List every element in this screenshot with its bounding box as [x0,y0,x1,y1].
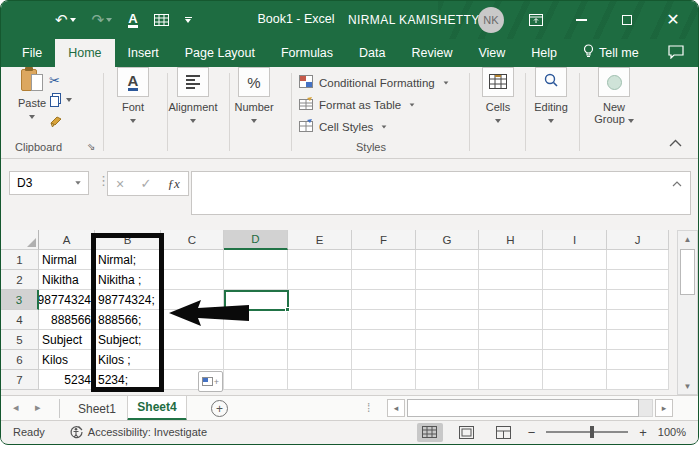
cell-G2[interactable] [416,270,479,290]
ribbon-tab-help[interactable]: Help [518,39,570,67]
cell-J4[interactable] [607,310,669,330]
user-avatar[interactable]: NK [478,7,504,33]
cell-C3[interactable] [161,290,224,310]
cell-F7[interactable] [352,370,416,390]
collapse-ribbon-icon[interactable] [669,137,682,149]
cell-I3[interactable] [543,290,607,310]
cell-A4[interactable]: 888566 [39,310,95,330]
column-header-E[interactable]: E [288,230,352,250]
cell-I6[interactable] [543,350,607,370]
ribbon-tab-file[interactable]: File [9,39,55,67]
new-sheet-button[interactable]: + [211,400,228,417]
cell-I2[interactable] [543,270,607,290]
copy-button[interactable] [49,93,72,107]
zoom-slider[interactable] [546,431,628,433]
redo-button[interactable]: ↷ [92,11,113,29]
auto-fill-options-button[interactable]: + [198,371,223,392]
cell-J1[interactable] [607,250,669,270]
cell-C1[interactable] [161,250,224,270]
cell-E2[interactable] [288,270,352,290]
cell-H3[interactable] [479,290,543,310]
cell-G1[interactable] [416,250,479,270]
number-group-button[interactable]: % Number [223,67,285,125]
cell-A1[interactable]: Nirmal [39,250,95,270]
zoom-out-button[interactable]: − [528,425,536,440]
cell-D7[interactable] [224,370,288,390]
row-header-6[interactable]: 6 [1,350,39,370]
cell-D1[interactable] [224,250,288,270]
borders-icon[interactable] [154,14,169,26]
row-header-7[interactable]: 7 [1,370,39,390]
cell-H4[interactable] [479,310,543,330]
cell-H1[interactable] [479,250,543,270]
cell-H2[interactable] [479,270,543,290]
cell-J2[interactable] [607,270,669,290]
styles-item-cell-styles[interactable]: Cell Styles [299,119,387,134]
formula-input[interactable] [191,171,691,215]
zoom-in-button[interactable]: + [639,425,647,440]
cell-I1[interactable] [543,250,607,270]
cell-G3[interactable] [416,290,479,310]
cell-D5[interactable] [224,330,288,350]
cell-C4[interactable] [161,310,224,330]
column-header-H[interactable]: H [479,230,543,250]
page-break-preview-button[interactable] [491,423,517,442]
cell-E5[interactable] [288,330,352,350]
cell-E7[interactable] [288,370,352,390]
cell-H6[interactable] [479,350,543,370]
cancel-icon[interactable]: × [116,176,124,192]
customize-qat-button[interactable] [185,17,192,24]
cell-D4[interactable] [224,310,288,330]
cell-A5[interactable]: Subject [39,330,95,350]
accessibility-status[interactable]: Accessibility: Investigate [69,425,207,439]
cell-H7[interactable] [479,370,543,390]
normal-view-button[interactable] [417,423,443,442]
column-header-A[interactable]: A [39,230,95,250]
cell-J6[interactable] [607,350,669,370]
clipboard-dialog-launcher-icon[interactable]: ⇘ [87,141,95,152]
cell-E6[interactable] [288,350,352,370]
scroll-up-icon[interactable]: ▲ [678,231,697,247]
column-header-C[interactable]: C [161,230,224,250]
cell-I4[interactable] [543,310,607,330]
column-header-F[interactable]: F [352,230,416,250]
sheet-nav-next-icon[interactable]: ▸ [35,401,41,414]
select-all-corner[interactable] [1,230,39,250]
cell-C2[interactable] [161,270,224,290]
new-group-button[interactable]: New Group [583,67,645,125]
ribbon-tab-data[interactable]: Data [346,39,398,67]
cell-A6[interactable]: Kilos [39,350,95,370]
vertical-scroll-thumb[interactable] [680,249,695,295]
cell-G4[interactable] [416,310,479,330]
feedback-icon[interactable] [668,45,684,63]
vertical-scrollbar[interactable]: ▲ ▼ [677,230,698,395]
row-header-1[interactable]: 1 [1,250,39,270]
cell-A2[interactable]: Nikitha [39,270,95,290]
cell-F2[interactable] [352,270,416,290]
format-painter-button[interactable] [49,115,63,130]
sheet-nav-prev-icon[interactable]: ◂ [13,401,19,414]
name-box[interactable]: D3 [9,171,89,195]
ribbon-tab-review[interactable]: Review [398,39,465,67]
tab-scroll-splitter[interactable]: ⁞ [367,401,370,415]
close-button[interactable]: ✕ [653,1,693,39]
cell-F3[interactable] [352,290,416,310]
cell-J7[interactable] [607,370,669,390]
ribbon-tab-page-layout[interactable]: Page Layout [172,39,268,67]
sheet-tab-sheet1[interactable]: Sheet1 [67,396,127,421]
cell-F1[interactable] [352,250,416,270]
cell-J3[interactable] [607,290,669,310]
column-header-I[interactable]: I [543,230,607,250]
font-group-button[interactable]: A Font [102,67,164,125]
ribbon-tab-home[interactable]: Home [55,39,114,67]
cell-G6[interactable] [416,350,479,370]
styles-item-conditional-formatting[interactable]: Conditional Formatting [299,75,449,90]
ribbon-tab-tell-me[interactable]: Tell me [570,39,652,67]
ribbon-tab-view[interactable]: View [465,39,518,67]
scroll-right-icon[interactable]: ▸ [655,399,673,417]
styles-item-format-as-table[interactable]: Format as Table [299,97,415,112]
collapse-formula-bar-icon[interactable] [672,178,682,189]
cell-A7[interactable]: 5234 [39,370,95,390]
undo-button[interactable]: ↶ [55,11,76,29]
horizontal-scroll-thumb[interactable] [407,399,639,417]
